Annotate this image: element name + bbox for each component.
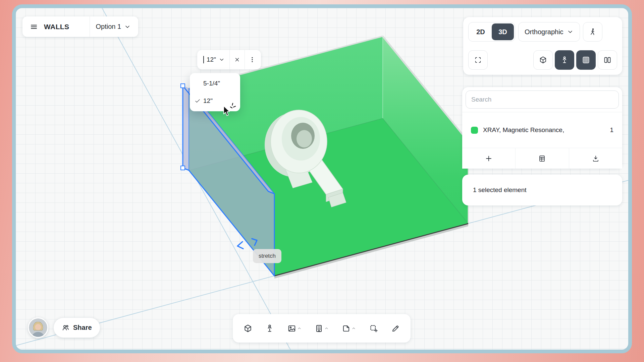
- grid-icon: [582, 56, 590, 64]
- option-label: Option 1: [96, 23, 121, 31]
- chevron-up-icon: [352, 326, 356, 330]
- note-icon: [342, 324, 351, 333]
- layer-count: 1: [610, 126, 613, 134]
- note-tool-button[interactable]: [342, 324, 356, 333]
- dropdown-item[interactable]: 12": [190, 92, 240, 110]
- person-walking-icon: [589, 28, 597, 36]
- axonometric-button[interactable]: [533, 50, 553, 70]
- option-dropdown[interactable]: Option 1: [96, 23, 131, 31]
- hamburger-menu-button[interactable]: [30, 23, 38, 31]
- chevron-down-icon: [567, 28, 574, 35]
- kebab-icon: [249, 56, 256, 63]
- thickness-value-dropdown[interactable]: 12": [199, 56, 229, 63]
- view-mode-row: 2D 3D Orthographic: [468, 22, 617, 42]
- view-controls-panel: 2D 3D Orthographic: [463, 17, 622, 75]
- section-tool-button[interactable]: [369, 324, 378, 333]
- wall-handle[interactable]: [181, 84, 185, 88]
- render-mode-group: [533, 50, 617, 70]
- person-view-button[interactable]: [555, 50, 574, 70]
- cube-icon: [244, 324, 252, 333]
- building-icon: [315, 324, 323, 333]
- search-wrap: [462, 87, 622, 112]
- grid-view-button[interactable]: [576, 50, 596, 70]
- close-icon: [234, 57, 240, 63]
- mode-2d-button[interactable]: 2D: [470, 23, 492, 40]
- search-input[interactable]: [466, 90, 619, 109]
- dropdown-item[interactable]: 5-1/4": [190, 75, 240, 92]
- columns-icon: [603, 56, 611, 64]
- image-tool-button[interactable]: [287, 324, 302, 333]
- chevron-down-icon: [124, 23, 131, 30]
- design-canvas[interactable]: stretch WALLS Option 1 12": [12, 4, 632, 353]
- mode-toggle: 2D 3D: [468, 22, 515, 42]
- export-button[interactable]: [569, 148, 622, 169]
- person-tool-button[interactable]: [265, 324, 274, 333]
- spreadsheet-icon: [538, 155, 546, 162]
- draw-tool-button[interactable]: [391, 324, 400, 333]
- layer-swatch: [471, 127, 478, 134]
- objects-panel-footer: [462, 148, 622, 169]
- person-pin-icon: [265, 324, 274, 333]
- dropdown-item-label: 12": [203, 97, 213, 105]
- modeling-toolbar: [233, 314, 411, 343]
- check-icon: [195, 98, 201, 104]
- toolbar-divider: [90, 16, 90, 37]
- wall-handle[interactable]: [181, 166, 185, 170]
- selection-info-panel: 1 selected element: [462, 175, 622, 205]
- more-menu-button[interactable]: [245, 50, 260, 69]
- view-tools-row: [468, 50, 617, 70]
- share-label: Share: [73, 324, 92, 331]
- dropdown-item-label: 5-1/4": [203, 80, 220, 87]
- user-avatar: [29, 318, 47, 337]
- thickness-value: 12": [207, 56, 216, 63]
- image-icon: [287, 324, 296, 333]
- share-button[interactable]: Share: [53, 317, 100, 338]
- pencil-icon: [391, 324, 400, 333]
- close-button[interactable]: [230, 50, 245, 69]
- person-pin-icon: [560, 56, 569, 64]
- chevron-down-icon: [219, 57, 225, 63]
- hamburger-icon: [30, 23, 38, 31]
- volume-tool-button[interactable]: [244, 324, 252, 333]
- project-toolbar: WALLS Option 1: [22, 16, 138, 37]
- chevron-up-icon: [297, 326, 302, 330]
- text-caret: [203, 56, 204, 63]
- layer-label: XRAY, Magnetic Resonance,: [483, 126, 610, 134]
- selection-text: 1 selected element: [473, 186, 527, 194]
- marquee-plus-icon: [369, 324, 378, 333]
- building-tool-button[interactable]: [315, 324, 329, 333]
- layout-views-button[interactable]: [598, 50, 617, 70]
- plus-icon: [485, 155, 493, 163]
- stretch-tooltip: stretch: [253, 249, 281, 263]
- avatar-button[interactable]: [28, 317, 48, 338]
- chevron-up-icon: [324, 326, 329, 330]
- walkthrough-button[interactable]: [583, 22, 602, 42]
- projection-label: Orthographic: [525, 28, 564, 36]
- layer-row[interactable]: XRAY, Magnetic Resonance, 1: [462, 112, 622, 148]
- mode-3d-button[interactable]: 3D: [492, 23, 514, 40]
- schedule-button[interactable]: [515, 148, 569, 169]
- download-icon: [592, 155, 599, 162]
- objects-panel: XRAY, Magnetic Resonance, 1: [462, 87, 622, 169]
- people-icon: [62, 324, 70, 332]
- cube-icon: [539, 56, 547, 64]
- fullscreen-icon: [474, 56, 482, 64]
- stretch-label: stretch: [259, 253, 276, 259]
- projection-dropdown[interactable]: Orthographic: [518, 22, 580, 42]
- thickness-dropdown-menu: 5-1/4" 12": [190, 73, 240, 111]
- fullscreen-button[interactable]: [468, 50, 488, 70]
- add-button[interactable]: [462, 148, 515, 169]
- project-title: WALLS: [44, 23, 69, 31]
- wall-thickness-toolbar: 12": [197, 50, 261, 69]
